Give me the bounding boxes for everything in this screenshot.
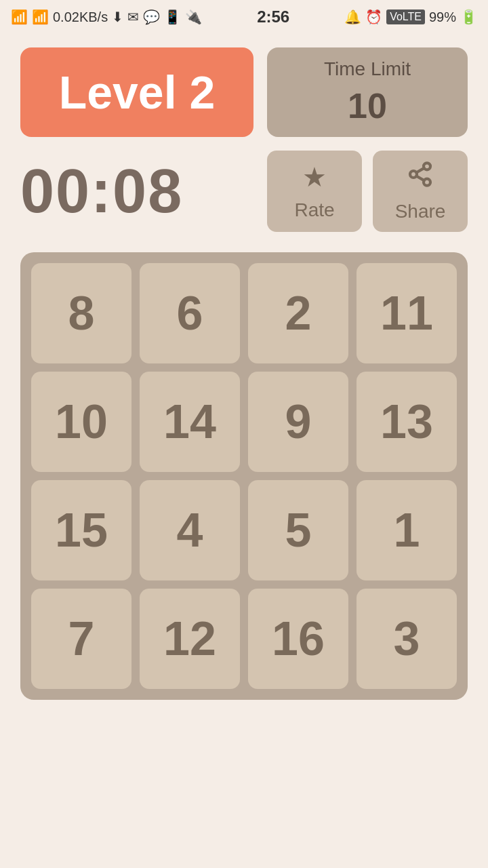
grid-cell-value: 15 <box>55 503 108 557</box>
grid-cell-value: 3 <box>394 612 420 666</box>
speed-indicator: 0.02KB/s <box>53 9 108 25</box>
grid-cell-value: 4 <box>177 503 203 557</box>
rate-button[interactable]: ★ Rate <box>267 151 362 232</box>
grid-cell-value: 14 <box>163 395 216 449</box>
grid-cell-value: 12 <box>163 612 216 666</box>
grid-cell-value: 11 <box>380 286 433 340</box>
grid-cell-value: 9 <box>285 395 312 449</box>
volte-badge: VoLTE <box>386 9 425 24</box>
usb-icon: 🔌 <box>185 9 202 25</box>
grid-cell[interactable]: 12 <box>140 589 240 689</box>
level-badge: Level 2 <box>20 47 253 137</box>
level-label: Level 2 <box>59 66 216 119</box>
grid-cell-value: 16 <box>272 612 325 666</box>
action-buttons: ★ Rate Share <box>267 151 468 232</box>
download-icon: ⬇ <box>112 9 123 25</box>
grid-container: 86211101491315451712163 <box>20 252 468 700</box>
top-row: Level 2 Time Limit 10 <box>20 47 468 137</box>
message-icon: 💬 <box>143 9 160 25</box>
grid-cell-value: 2 <box>285 286 312 340</box>
grid-cell[interactable]: 2 <box>248 263 348 363</box>
clock-icon: ⏰ <box>365 9 382 25</box>
grid-cell[interactable]: 11 <box>357 263 457 363</box>
grid-cell[interactable]: 7 <box>31 589 131 689</box>
time-limit-value: 10 <box>348 85 387 126</box>
second-row: 00:08 ★ Rate Share <box>20 151 468 232</box>
grid-cell[interactable]: 3 <box>357 589 457 689</box>
star-icon: ★ <box>302 161 327 193</box>
grid-cell[interactable]: 5 <box>248 480 348 580</box>
grid-cell[interactable]: 6 <box>140 263 240 363</box>
grid-cell-value: 10 <box>55 395 108 449</box>
share-button[interactable]: Share <box>373 151 468 232</box>
grid-cell-value: 6 <box>177 286 203 340</box>
signal-icon-2: 📶 <box>32 9 49 25</box>
status-time: 2:56 <box>257 7 289 26</box>
mail-icon: ✉ <box>127 9 139 25</box>
grid-cell[interactable]: 15 <box>31 480 131 580</box>
time-limit-box: Time Limit 10 <box>267 47 468 137</box>
number-grid: 86211101491315451712163 <box>31 263 457 689</box>
time-limit-label: Time Limit <box>324 58 411 80</box>
timer-display: 00:08 <box>20 157 253 226</box>
share-label: Share <box>395 201 446 222</box>
status-right: 🔔 ⏰ VoLTE 99% 🔋 <box>344 9 477 25</box>
grid-cell-value: 7 <box>68 612 95 666</box>
battery-icon: 🔋 <box>460 9 477 25</box>
grid-cell[interactable]: 4 <box>140 480 240 580</box>
grid-cell[interactable]: 16 <box>248 589 348 689</box>
status-left: 📶 📶 0.02KB/s ⬇ ✉ 💬 📱 🔌 <box>11 9 202 25</box>
grid-cell[interactable]: 8 <box>31 263 131 363</box>
grid-cell[interactable]: 14 <box>140 372 240 472</box>
grid-cell-value: 1 <box>394 503 420 557</box>
grid-cell[interactable]: 1 <box>357 480 457 580</box>
svg-line-4 <box>416 167 424 172</box>
main-content: Level 2 Time Limit 10 00:08 ★ Rate <box>0 34 488 713</box>
rate-label: Rate <box>294 199 334 221</box>
battery-percentage: 99% <box>429 9 456 25</box>
grid-cell-value: 13 <box>380 395 433 449</box>
status-bar: 📶 📶 0.02KB/s ⬇ ✉ 💬 📱 🔌 2:56 🔔 ⏰ VoLTE 99… <box>0 0 488 34</box>
signal-icon: 📶 <box>11 9 28 25</box>
grid-cell[interactable]: 9 <box>248 372 348 472</box>
share-icon <box>407 161 434 194</box>
grid-cell-value: 8 <box>68 286 95 340</box>
whatsapp-icon: 📱 <box>164 9 181 25</box>
alarm-icon: 🔔 <box>344 9 361 25</box>
grid-cell[interactable]: 13 <box>357 372 457 472</box>
grid-cell-value: 5 <box>285 503 312 557</box>
svg-line-3 <box>416 176 424 180</box>
grid-cell[interactable]: 10 <box>31 372 131 472</box>
